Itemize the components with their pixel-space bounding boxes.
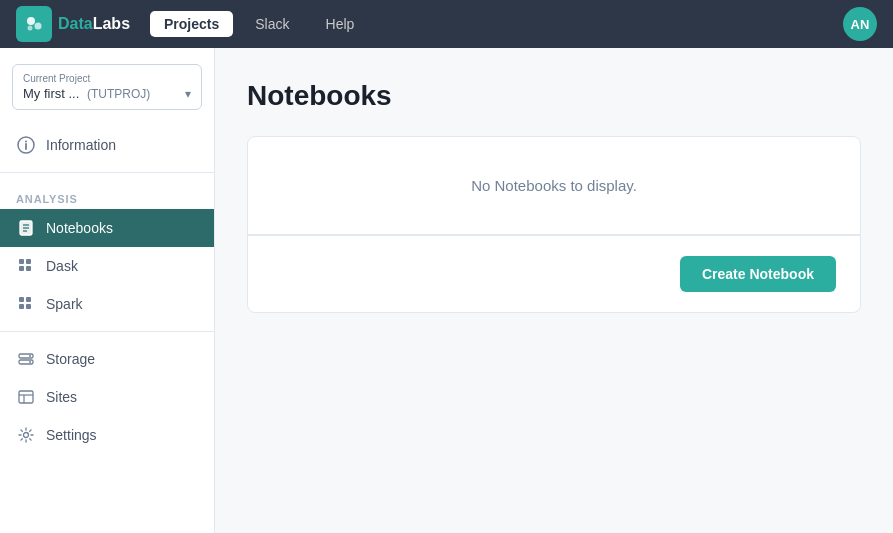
sidebar-item-storage-label: Storage: [46, 351, 95, 367]
svg-rect-12: [26, 259, 31, 264]
action-section: Create Notebook: [248, 235, 860, 312]
sidebar: Current Project My first ... (TUTPROJ) ▾…: [0, 48, 215, 533]
top-navigation: DataLabs Projects Slack Help AN: [0, 0, 893, 48]
main-content: Notebooks No Notebooks to display. Creat…: [215, 48, 893, 533]
app-layout: Current Project My first ... (TUTPROJ) ▾…: [0, 48, 893, 533]
svg-point-26: [24, 433, 29, 438]
logo-icon: [16, 6, 52, 42]
nav-projects-button[interactable]: Projects: [150, 11, 233, 37]
sidebar-item-information[interactable]: Information: [0, 126, 214, 164]
notebooks-content-card: No Notebooks to display. Create Notebook: [247, 136, 861, 313]
dask-icon: [16, 256, 36, 276]
svg-rect-13: [19, 266, 24, 271]
sidebar-item-settings-label: Settings: [46, 427, 97, 443]
svg-rect-11: [19, 259, 24, 264]
spark-icon: [16, 294, 36, 314]
sidebar-item-notebooks[interactable]: Notebooks: [0, 209, 214, 247]
settings-icon: [16, 425, 36, 445]
project-name: My first ...: [23, 86, 79, 101]
project-selector-label: Current Project: [23, 73, 191, 84]
notebooks-icon: [16, 218, 36, 238]
svg-point-21: [29, 355, 31, 357]
sidebar-item-settings[interactable]: Settings: [0, 416, 214, 454]
svg-rect-16: [26, 297, 31, 302]
project-code: (TUTPROJ): [87, 87, 150, 101]
info-icon: [16, 135, 36, 155]
storage-icon: [16, 349, 36, 369]
sidebar-item-storage[interactable]: Storage: [0, 340, 214, 378]
svg-point-22: [29, 361, 31, 363]
svg-rect-18: [26, 304, 31, 309]
empty-state: No Notebooks to display.: [248, 137, 860, 235]
sidebar-item-dask[interactable]: Dask: [0, 247, 214, 285]
sidebar-divider: [0, 172, 214, 173]
project-selector-value[interactable]: My first ... (TUTPROJ) ▾: [23, 86, 191, 101]
svg-point-0: [27, 17, 35, 25]
sidebar-divider-2: [0, 331, 214, 332]
sidebar-item-notebooks-label: Notebooks: [46, 220, 113, 236]
nav-help-button[interactable]: Help: [312, 11, 369, 37]
empty-message: No Notebooks to display.: [268, 177, 840, 194]
sidebar-item-information-label: Information: [46, 137, 116, 153]
analysis-section-label: ANALYSIS: [0, 181, 214, 209]
sidebar-item-spark[interactable]: Spark: [0, 285, 214, 323]
sidebar-item-sites-label: Sites: [46, 389, 77, 405]
svg-rect-23: [19, 391, 33, 403]
svg-rect-17: [19, 304, 24, 309]
svg-point-1: [35, 23, 42, 30]
svg-point-2: [28, 26, 33, 31]
logo-text: DataLabs: [58, 15, 130, 33]
sites-icon: [16, 387, 36, 407]
svg-point-5: [25, 141, 27, 143]
svg-rect-15: [19, 297, 24, 302]
logo: DataLabs: [16, 6, 130, 42]
chevron-down-icon: ▾: [185, 87, 191, 101]
sidebar-item-spark-label: Spark: [46, 296, 83, 312]
svg-rect-14: [26, 266, 31, 271]
avatar[interactable]: AN: [843, 7, 877, 41]
project-selector[interactable]: Current Project My first ... (TUTPROJ) ▾: [12, 64, 202, 110]
sidebar-item-sites[interactable]: Sites: [0, 378, 214, 416]
nav-slack-button[interactable]: Slack: [241, 11, 303, 37]
create-notebook-button[interactable]: Create Notebook: [680, 256, 836, 292]
page-title: Notebooks: [247, 80, 861, 112]
sidebar-item-dask-label: Dask: [46, 258, 78, 274]
